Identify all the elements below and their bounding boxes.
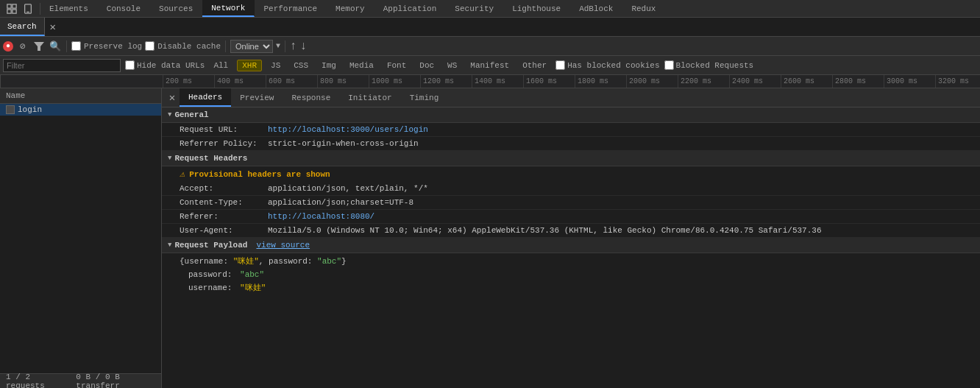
download-button[interactable]: ↓ <box>300 40 308 53</box>
throttle-chevron[interactable]: ▼ <box>276 42 280 50</box>
tab-initiator[interactable]: Initiator <box>339 88 400 107</box>
search-tab[interactable]: Search <box>0 18 45 36</box>
tick-1400ms: 1400 ms <box>472 75 523 88</box>
hide-data-urls-input[interactable] <box>125 60 135 70</box>
filter-css[interactable]: CSS <box>289 60 313 71</box>
main-content: Name login 1 / 2 requests 0 B / 0 B tran… <box>0 88 980 388</box>
has-blocked-cookies-checkbox[interactable]: Has blocked cookies <box>555 60 659 70</box>
hide-data-urls-checkbox[interactable]: Hide data URLs <box>125 60 205 70</box>
filter-manifest[interactable]: Manifest <box>466 60 514 71</box>
tick-400ms: 400 ms <box>214 75 266 88</box>
payload-username-key: username: <box>188 283 232 292</box>
tab-application[interactable]: Application <box>374 0 447 17</box>
warning-icon: ⚠ <box>180 169 185 180</box>
filter-other[interactable]: Other <box>518 60 551 71</box>
detail-tabs: ✕ Headers Preview Response Initiator Tim… <box>162 88 980 107</box>
filter-doc[interactable]: Doc <box>415 60 438 71</box>
has-blocked-cookies-input[interactable] <box>555 60 565 70</box>
request-url-row: Request URL: http://localhost:3000/users… <box>162 123 980 137</box>
general-triangle: ▼ <box>168 111 171 119</box>
svg-marker-6 <box>34 42 44 51</box>
tab-performance[interactable]: Performance <box>255 0 327 17</box>
filter-media[interactable]: Media <box>345 60 378 71</box>
filter-ws[interactable]: WS <box>443 60 461 71</box>
tab-adblock[interactable]: AdBlock <box>570 0 622 17</box>
tick-3000ms: 3000 ms <box>884 75 935 88</box>
upload-button[interactable]: ↑ <box>290 40 297 53</box>
tab-headers[interactable]: Headers <box>180 88 231 107</box>
svg-rect-0 <box>7 4 11 7</box>
tab-network[interactable]: Network <box>202 0 255 17</box>
network-toolbar: ● ⊘ 🔍 Preserve log Disable cache Online … <box>0 37 980 56</box>
request-checkbox <box>6 105 15 114</box>
filter-input[interactable] <box>3 59 121 72</box>
timeline: 200 ms 400 ms 600 ms 800 ms 1000 ms 1200… <box>0 75 980 88</box>
request-headers-section-header[interactable]: ▼ Request Headers <box>162 151 980 166</box>
tick-2200ms: 2200 ms <box>678 75 729 88</box>
referrer-policy-row: Referrer Policy: strict-origin-when-cros… <box>162 137 980 151</box>
tick-2400ms: 2400 ms <box>729 75 781 88</box>
disable-cache-checkbox[interactable]: Disable cache <box>145 41 221 51</box>
view-source-link[interactable]: view source <box>256 241 310 250</box>
svg-rect-2 <box>7 9 11 13</box>
detail-close-button[interactable]: ✕ <box>165 91 180 105</box>
payload-password-key: password: <box>188 270 232 279</box>
user-agent-row: User-Agent: Mozilla/5.0 (Windows NT 10.0… <box>162 224 980 238</box>
tick-1600ms: 1600 ms <box>523 75 575 88</box>
timeline-ticks: 200 ms 400 ms 600 ms 800 ms 1000 ms 1200… <box>163 75 980 88</box>
record-button[interactable]: ● <box>3 41 13 52</box>
left-panel-spacer <box>0 116 161 373</box>
tab-redux[interactable]: Redux <box>622 0 665 17</box>
left-panel: Name login 1 / 2 requests 0 B / 0 B tran… <box>0 88 162 388</box>
tab-memory[interactable]: Memory <box>327 0 374 17</box>
tab-sources[interactable]: Sources <box>150 0 202 17</box>
filter-font[interactable]: Font <box>383 60 411 71</box>
top-tab-bar: Elements Console Sources Network Perform… <box>0 0 980 18</box>
tab-response[interactable]: Response <box>283 88 339 107</box>
toolbar-separator-2 <box>225 40 226 52</box>
disable-cache-input[interactable] <box>145 41 155 51</box>
payload-password-val: "abc" <box>240 270 264 279</box>
clear-button[interactable]: ⊘ <box>16 40 29 53</box>
tab-timing[interactable]: Timing <box>401 88 448 107</box>
tick-3200ms: 3200 ms <box>935 75 980 88</box>
filter-js[interactable]: JS <box>266 60 285 71</box>
tick-1800ms: 1800 ms <box>575 75 626 88</box>
blocked-requests-input[interactable] <box>664 60 674 70</box>
tab-console[interactable]: Console <box>98 0 150 17</box>
toolbar-separator-3 <box>285 40 285 52</box>
throttle-select[interactable]: Online <box>230 40 273 53</box>
search-close-icon[interactable]: ✕ <box>48 22 58 32</box>
mobile-icon[interactable] <box>22 3 34 15</box>
tab-preview[interactable]: Preview <box>231 88 283 107</box>
tick-2800ms: 2800 ms <box>832 75 884 88</box>
preserve-log-input[interactable] <box>71 41 81 51</box>
filter-xhr[interactable]: XHR <box>237 60 262 71</box>
tab-elements[interactable]: Elements <box>40 0 98 17</box>
tab-lighthouse[interactable]: Lighthouse <box>503 0 570 17</box>
content-type-row: Content-Type: application/json;charset=U… <box>162 196 980 210</box>
detail-content: ▼ General Request URL: http://localhost:… <box>162 107 980 388</box>
blocked-requests-checkbox[interactable]: Blocked Requests <box>664 60 754 70</box>
filter-icon[interactable] <box>32 40 46 53</box>
svg-rect-1 <box>13 4 16 7</box>
tick-2000ms: 2000 ms <box>626 75 678 88</box>
request-headers-triangle: ▼ <box>168 155 171 162</box>
tab-security[interactable]: Security <box>446 0 503 17</box>
inspect-icon[interactable] <box>6 3 18 15</box>
preserve-log-checkbox[interactable]: Preserve log <box>71 41 142 51</box>
general-section-header[interactable]: ▼ General <box>162 107 980 123</box>
tick-600ms: 600 ms <box>266 75 317 88</box>
payload-header-inner: ▼ Request Payload view source <box>168 241 974 250</box>
payload-username-val: "咪娃" <box>240 283 266 292</box>
filter-img[interactable]: Img <box>317 60 341 71</box>
svg-rect-3 <box>13 9 16 13</box>
tick-800ms: 800 ms <box>317 75 369 88</box>
payload-open-brace: {username: <box>180 257 233 266</box>
filter-all[interactable]: All <box>209 60 232 71</box>
request-item-login[interactable]: login <box>0 104 161 116</box>
search-icon[interactable]: 🔍 <box>49 40 62 53</box>
request-payload-section-header[interactable]: ▼ Request Payload view source <box>162 238 980 253</box>
accept-row: Accept: application/json, text/plain, */… <box>162 182 980 196</box>
payload-triangle: ▼ <box>168 241 171 249</box>
